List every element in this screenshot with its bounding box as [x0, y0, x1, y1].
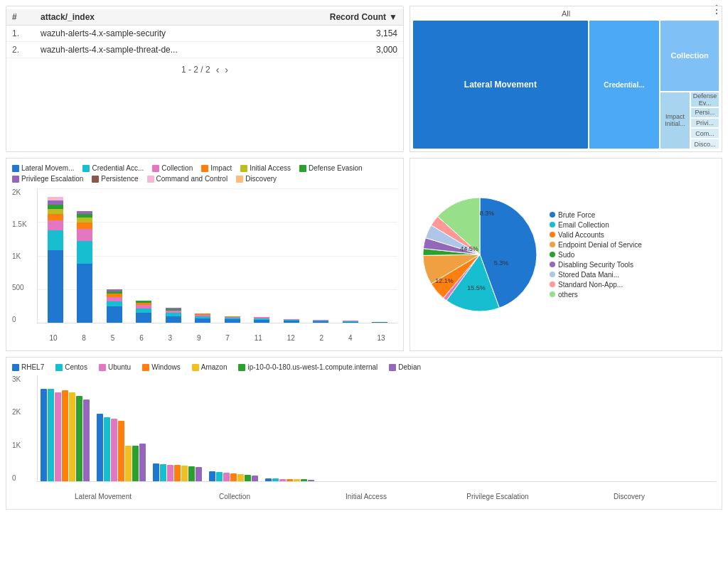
- bar-group[interactable]: [107, 289, 122, 323]
- bar-group[interactable]: [284, 319, 299, 323]
- bottom-legend-item: Centos: [55, 363, 87, 371]
- bar-segment: [48, 214, 63, 220]
- bottom-bar[interactable]: [111, 419, 117, 481]
- bottom-x-label: Privilege Escalation: [466, 493, 528, 500]
- bottom-bar[interactable]: [55, 392, 61, 481]
- bar-group[interactable]: [372, 322, 387, 323]
- bottom-bar[interactable]: [287, 479, 293, 481]
- bottom-y-label: 0: [12, 474, 37, 482]
- treemap-cell-com[interactable]: Com...: [691, 129, 719, 138]
- bottom-bar[interactable]: [245, 475, 251, 481]
- bottom-bar[interactable]: [216, 472, 223, 481]
- bottom-bar[interactable]: [139, 444, 146, 481]
- bottom-bar[interactable]: [301, 479, 307, 481]
- bottom-bar[interactable]: [83, 400, 90, 481]
- bottom-bar-group: [209, 471, 258, 481]
- treemap-cell-impact[interactable]: Impact Initial...: [660, 92, 690, 149]
- bottom-bar[interactable]: [125, 446, 132, 481]
- legend-item: Privilege Escalation: [12, 175, 83, 183]
- treemap-cell-lateral[interactable]: Lateral Movement: [413, 21, 588, 149]
- bottom-bar[interactable]: [196, 467, 202, 481]
- bar-group[interactable]: [48, 197, 63, 323]
- treemap-cell-privi[interactable]: Persi...: [691, 108, 719, 117]
- treemap-all-label: All: [413, 9, 719, 18]
- bottom-bar[interactable]: [265, 478, 272, 481]
- treemap-section: All Lateral Movement Credential... Colle…: [410, 6, 722, 152]
- pie-label: 15.5%: [467, 284, 486, 291]
- bar-segment: [77, 264, 92, 323]
- bar-group[interactable]: [343, 321, 358, 323]
- table-section: ⋮ # attack/_index Record Count ▼ 1. wazu…: [6, 6, 404, 152]
- y-label: 2K: [12, 188, 37, 196]
- bar-group[interactable]: [225, 316, 240, 323]
- bar-group[interactable]: [195, 313, 210, 323]
- treemap-cell-credential[interactable]: Credential...: [589, 21, 659, 149]
- bottom-bar[interactable]: [62, 390, 68, 481]
- bottom-bar[interactable]: [48, 389, 54, 481]
- table-row: 1. wazuh-alerts-4.x-sample-security 3,15…: [6, 26, 403, 42]
- bottom-bar[interactable]: [237, 474, 244, 481]
- legend-item: Collection: [152, 164, 193, 172]
- treemap-cell-collection[interactable]: Collection: [660, 21, 719, 91]
- bottom-bar[interactable]: [223, 473, 230, 481]
- bottom-bar-group: [41, 389, 90, 481]
- bar-stack: [48, 197, 63, 323]
- bar-group[interactable]: [313, 320, 328, 323]
- bottom-bar[interactable]: [308, 480, 314, 481]
- pie-label: 12.1%: [435, 277, 454, 284]
- bottom-bar[interactable]: [167, 465, 173, 481]
- bottom-bar[interactable]: [118, 421, 124, 481]
- bottom-plot: [37, 375, 716, 482]
- main-container: ⋮ # attack/_index Record Count ▼ 1. wazu…: [0, 0, 728, 515]
- bottom-bar[interactable]: [294, 479, 300, 481]
- x-label: 13: [377, 334, 385, 342]
- bottom-bar[interactable]: [181, 466, 188, 481]
- treemap-cell-disco[interactable]: Disco...: [691, 139, 719, 149]
- bottom-x-label: Initial Access: [346, 493, 387, 500]
- bottom-bar[interactable]: [153, 463, 159, 481]
- bar-group[interactable]: [136, 301, 151, 323]
- bottom-bar-group: [265, 478, 314, 481]
- bar-segment: [107, 306, 122, 323]
- bottom-section: RHEL7CentosUbuntuWindowsAmazonip-10-0-0-…: [6, 357, 722, 510]
- bottom-bar[interactable]: [97, 414, 103, 481]
- y-label: 1K: [12, 252, 37, 260]
- bar-segment: [284, 321, 299, 323]
- pie-svg: 44.5%15.5%12.1%5.3%8.3%: [416, 191, 544, 318]
- bar-stack: [254, 317, 269, 323]
- bar-stack: [166, 308, 181, 323]
- bottom-bar[interactable]: [252, 476, 258, 481]
- legend-item: Command and Control: [147, 175, 228, 183]
- middle-row: Lateral Movem...Credential Acc...Collect…: [6, 158, 722, 351]
- next-page-button[interactable]: ›: [225, 64, 228, 75]
- bottom-bar[interactable]: [41, 389, 47, 481]
- bottom-bar[interactable]: [209, 471, 215, 481]
- bar-group[interactable]: [254, 317, 269, 323]
- bottom-bar[interactable]: [132, 446, 139, 481]
- bottom-bar[interactable]: [279, 479, 286, 481]
- legend-item: Defense Evasion: [299, 164, 363, 172]
- bottom-bar[interactable]: [104, 417, 110, 481]
- bottom-bar-group: [97, 414, 146, 481]
- sort-icon[interactable]: ▼: [389, 12, 397, 22]
- treemap-cell-defense[interactable]: Defense Ev...: [691, 92, 719, 107]
- bottom-bar[interactable]: [160, 464, 166, 481]
- bottom-bar[interactable]: [188, 466, 195, 481]
- bottom-bar[interactable]: [76, 396, 82, 481]
- prev-page-button[interactable]: ‹: [216, 64, 220, 75]
- bottom-bar[interactable]: [174, 465, 181, 481]
- bar-segment: [372, 322, 387, 323]
- bar-group[interactable]: [166, 308, 181, 323]
- bottom-bar[interactable]: [230, 473, 237, 481]
- bottom-bar[interactable]: [69, 392, 75, 481]
- bottom-legend-item: ip-10-0-0-180.us-west-1.compute.internal: [238, 363, 378, 371]
- treemap-cell-priv2[interactable]: Privi...: [691, 119, 719, 128]
- bar-segment: [166, 316, 181, 323]
- bar-segment: [136, 313, 151, 323]
- bar-segment: [48, 230, 63, 250]
- bar-group[interactable]: [77, 211, 92, 323]
- bottom-bar[interactable]: [272, 478, 279, 481]
- bars-container: [38, 188, 397, 323]
- bottom-y-axis: 01K2K3K: [12, 375, 37, 482]
- bar-stack: [284, 319, 299, 323]
